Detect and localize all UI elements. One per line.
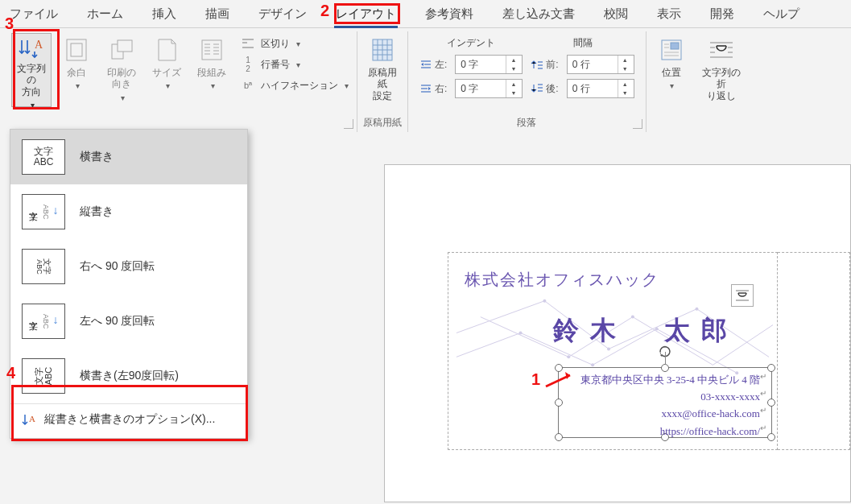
wrap-text-icon xyxy=(708,36,735,64)
margins-label: 余白 xyxy=(67,67,86,78)
tab-layout[interactable]: レイアウト xyxy=(334,2,398,27)
resize-handle[interactable] xyxy=(555,433,563,441)
direction-option-rotate-right[interactable]: 文字ABC 右へ 90 度回転 xyxy=(10,239,247,294)
document-page[interactable]: 株式会社オフィスハック 鈴木 太郎 東京都中央区中央 3-25-4 中央ビル xyxy=(384,164,851,502)
spacing-before-input[interactable]: ▲▼ xyxy=(567,55,634,74)
position-label: 位置 xyxy=(662,67,681,78)
card-email: xxxx@office-hack.com xyxy=(661,408,760,420)
manuscript-settings-label: 原稿用紙 設定 xyxy=(366,67,399,101)
spin-up[interactable]: ▲ xyxy=(618,56,632,64)
direction-option-rotate-left[interactable]: 文字 ABC ↓ 左へ 90 度回転 xyxy=(10,294,247,349)
columns-icon xyxy=(198,36,225,64)
spacing-after-label: 後: xyxy=(531,82,558,96)
size-icon xyxy=(153,36,180,64)
indent-right-input[interactable]: ▲▼ xyxy=(455,79,523,98)
orientation-label: 印刷の 向き xyxy=(107,67,136,90)
page-setup-launcher[interactable] xyxy=(344,119,353,129)
tab-draw[interactable]: 描画 xyxy=(204,2,231,27)
direction-option-horizontal-l90[interactable]: 文字 ABC 横書き(左90度回転) xyxy=(10,349,247,403)
chevron-down-icon: ▾ xyxy=(166,81,170,91)
business-card[interactable]: 株式会社オフィスハック 鈴木 太郎 東京都中央区中央 3-25-4 中央ビル xyxy=(448,252,778,450)
tab-developer[interactable]: 開発 xyxy=(708,2,736,27)
chevron-down-icon: ▾ xyxy=(76,81,80,91)
spin-down[interactable]: ▼ xyxy=(618,89,632,97)
selected-textbox[interactable]: 東京都中央区中央 3-25-4 中央ビル 4 階↵ 03-xxxx-xxxx↵ … xyxy=(558,367,772,438)
indent-left-input[interactable]: ▲▼ xyxy=(455,55,523,74)
resize-handle[interactable] xyxy=(767,399,775,407)
annotation-4-label: 4 xyxy=(6,364,15,382)
ribbon-tabs: ファイル ホーム 挿入 描画 デザイン レイアウト 参考資料 差し込み文書 校閲… xyxy=(0,0,851,27)
columns-button[interactable]: 段組み ▾ xyxy=(192,33,232,107)
direction-option-horizontal[interactable]: 文字 ABC 横書き xyxy=(10,130,247,184)
direction-option-vertical-label: 縦書き xyxy=(80,204,114,219)
hyphenation-label: ハイフネーション xyxy=(261,79,338,93)
svg-point-64 xyxy=(695,308,698,311)
tab-design[interactable]: デザイン xyxy=(257,2,308,27)
spacing-after-input[interactable]: ▲▼ xyxy=(567,79,634,98)
group-manuscript: 原稿用紙 設定 原稿用紙 xyxy=(357,31,408,132)
tab-insert[interactable]: 挿入 xyxy=(151,2,178,27)
svg-text:A: A xyxy=(29,414,35,423)
tab-review[interactable]: 校閲 xyxy=(602,2,630,27)
manuscript-icon xyxy=(369,36,396,64)
text-direction-label: 文字列の 方向 xyxy=(15,63,48,97)
textbox-content: 東京都中央区中央 3-25-4 中央ビル 4 階↵ 03-xxxx-xxxx↵ … xyxy=(580,371,766,440)
margins-button[interactable]: 余白 ▾ xyxy=(56,33,97,107)
chevron-down-icon: ▾ xyxy=(211,81,215,91)
position-button[interactable]: 位置 ▾ xyxy=(651,33,692,107)
direction-options-more[interactable]: A 縦書きと横書きのオプション(X)... xyxy=(10,403,247,436)
paragraph-launcher[interactable] xyxy=(633,119,642,129)
annotation-1-arrow xyxy=(544,370,576,390)
line-numbers-button[interactable]: 12 行番号 ▾ xyxy=(237,56,352,73)
orientation-button[interactable]: 印刷の 向き ▾ xyxy=(101,33,142,107)
group-page-setup-label xyxy=(11,114,352,130)
resize-handle[interactable] xyxy=(555,399,563,407)
size-button[interactable]: サイズ ▾ xyxy=(147,33,187,107)
indent-left-input-field[interactable] xyxy=(456,59,506,70)
resize-handle[interactable] xyxy=(767,433,775,441)
wrap-text-button[interactable]: 文字列の折 り返し xyxy=(696,33,746,107)
spin-down[interactable]: ▼ xyxy=(506,89,520,97)
spacing-after-input-field[interactable] xyxy=(568,83,618,94)
indent-right-input-field[interactable] xyxy=(456,83,506,94)
indent-header: インデント xyxy=(419,36,523,50)
chevron-down-icon: ▾ xyxy=(670,81,674,91)
wrap-text-icon xyxy=(734,288,750,303)
tab-mailings[interactable]: 差し込み文書 xyxy=(501,2,576,27)
direction-options-icon: A xyxy=(22,412,36,427)
tab-help[interactable]: ヘルプ xyxy=(762,2,801,27)
hyphenation-button[interactable]: bª ハイフネーション ▾ xyxy=(237,76,352,94)
breaks-button[interactable]: 区切り ▾ xyxy=(237,35,352,52)
spacing-before-input-field[interactable] xyxy=(568,59,618,70)
manuscript-settings-button[interactable]: 原稿用紙 設定 xyxy=(362,33,403,107)
svg-line-54 xyxy=(456,333,521,357)
spin-up[interactable]: ▲ xyxy=(506,80,520,89)
tab-home[interactable]: ホーム xyxy=(85,2,125,27)
business-card-next[interactable] xyxy=(778,252,850,450)
thumb-vertical-icon: 文字 ABC ↓ xyxy=(22,194,65,229)
tab-references[interactable]: 参考資料 xyxy=(423,2,475,27)
text-direction-button[interactable]: A 文字列の 方向 ▾ xyxy=(11,33,52,107)
spin-down[interactable]: ▼ xyxy=(618,64,632,73)
svg-point-65 xyxy=(519,332,523,335)
spin-up[interactable]: ▲ xyxy=(618,80,632,89)
svg-point-69 xyxy=(567,355,570,358)
layout-options-float[interactable] xyxy=(731,284,754,307)
resize-handle[interactable] xyxy=(767,364,775,372)
text-direction-dropdown: 文字 ABC 横書き 文字 ABC ↓ 縦書き 文字ABC 右へ 90 度回転 … xyxy=(10,129,248,439)
chevron-down-icon: ▾ xyxy=(296,60,300,69)
group-page-setup: A 文字列の 方向 ▾ 余白 ▾ xyxy=(0,31,357,132)
ribbon: A 文字列の 方向 ▾ 余白 ▾ xyxy=(0,27,851,132)
thumb-rotate-right-icon: 文字ABC xyxy=(22,249,65,284)
spin-up[interactable]: ▲ xyxy=(506,56,520,64)
text-direction-icon: A xyxy=(18,37,45,60)
hyphenation-icon: bª xyxy=(240,78,256,93)
annotation-2-label: 2 xyxy=(320,2,329,20)
direction-option-vertical[interactable]: 文字 ABC ↓ 縦書き xyxy=(10,184,247,239)
thumb-horizontal-l90-icon: 文字 ABC xyxy=(22,358,65,394)
spin-down[interactable]: ▼ xyxy=(506,64,520,73)
page-setup-extras: 区切り ▾ 12 行番号 ▾ bª ハイフネーション ▾ xyxy=(237,33,352,94)
svg-rect-1 xyxy=(67,39,86,60)
tab-view[interactable]: 表示 xyxy=(655,2,683,27)
tab-file[interactable]: ファイル xyxy=(8,2,60,27)
